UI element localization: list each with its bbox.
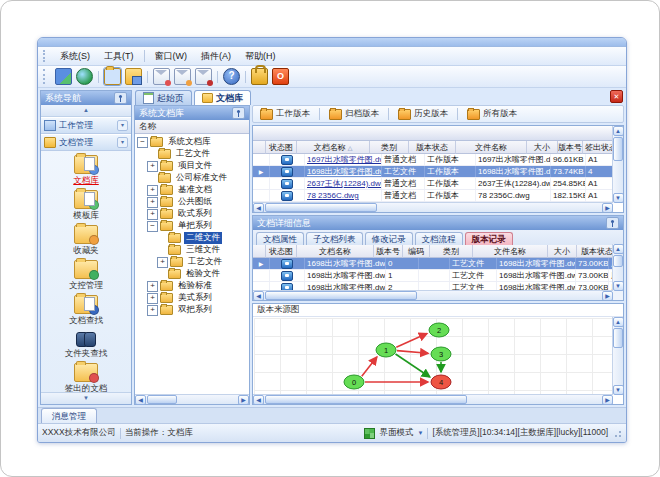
scroll-left-icon[interactable]: ◀ xyxy=(253,395,264,405)
cell-text[interactable]: 1697出水嘴零件图.dwg xyxy=(307,154,382,165)
graph-horizontal-scrollbar[interactable]: ◀ ▶ xyxy=(253,394,613,404)
scroll-thumb[interactable] xyxy=(613,137,623,161)
tree-node-系统文档库[interactable]: −系统文档库 xyxy=(137,136,249,148)
pin-icon[interactable] xyxy=(114,92,127,104)
detail-tab-版本记录[interactable]: 版本记录 xyxy=(465,232,513,245)
resize-grip[interactable] xyxy=(612,428,622,438)
chevron-down-icon[interactable]: ▾ xyxy=(117,137,128,148)
scroll-left-icon[interactable]: ◀ xyxy=(253,291,264,301)
version-node-3[interactable]: 3 xyxy=(431,347,451,361)
column-header-版本号[interactable]: 版本号 xyxy=(374,245,403,258)
tree-node-三维文件[interactable]: 三维文件 xyxy=(137,244,249,256)
grid-vertical-scrollbar[interactable]: ▲ ▼ xyxy=(612,126,623,203)
menu-item-工具(T)[interactable]: 工具(T) xyxy=(97,49,141,64)
tree-node-检验标准[interactable]: +检验标准 xyxy=(137,280,249,292)
column-header-编码[interactable]: 编码 xyxy=(403,245,430,258)
tree-horizontal-scrollbar[interactable]: ◀ ▶ xyxy=(135,394,249,404)
scroll-thumb[interactable] xyxy=(265,203,377,212)
column-header-类别[interactable]: 类别 xyxy=(370,141,409,154)
scroll-down-icon[interactable]: ▼ xyxy=(613,193,624,203)
sidebar-group-工作管理[interactable]: 工作管理▾ xyxy=(41,117,131,134)
expand-icon[interactable]: + xyxy=(147,197,158,208)
sidebar-item-收藏夹[interactable]: 收藏夹 xyxy=(73,225,99,257)
expand-icon[interactable]: + xyxy=(147,281,158,292)
detail-tab-子文档列表[interactable]: 子文档列表 xyxy=(306,232,363,245)
column-header-类别[interactable]: 类别 xyxy=(430,245,473,258)
expand-icon[interactable]: + xyxy=(147,293,158,304)
scroll-left-icon[interactable]: ◀ xyxy=(253,203,264,213)
column-header-版本号[interactable]: 版本号 xyxy=(558,141,583,154)
tab-文档库[interactable]: 文档库 xyxy=(194,90,251,105)
grid-horizontal-scrollbar[interactable]: ◀ ▶ xyxy=(253,202,613,212)
scroll-thumb[interactable] xyxy=(613,328,623,348)
tree-column-header[interactable]: 名称 xyxy=(135,120,249,134)
tree-node-二维文件[interactable]: 二维文件 xyxy=(137,232,249,244)
tree-node-工艺文件[interactable]: 工艺文件 xyxy=(137,148,249,160)
sidebar-item-文档库[interactable]: 文档库 xyxy=(73,155,99,187)
toolbar-grip[interactable] xyxy=(43,69,48,84)
globe-icon[interactable] xyxy=(76,68,93,85)
detail-horizontal-scrollbar[interactable]: ◀ ▶ xyxy=(253,290,613,300)
expand-icon[interactable]: + xyxy=(147,185,158,196)
expand-icon[interactable]: + xyxy=(147,161,158,172)
help-icon[interactable]: ? xyxy=(223,68,240,85)
scroll-up-icon[interactable]: ▲ xyxy=(613,244,624,254)
window-titlebar[interactable] xyxy=(38,38,626,47)
power-icon[interactable]: O xyxy=(272,68,289,85)
group-by-strip[interactable] xyxy=(253,126,623,141)
scroll-down-icon[interactable]: ▼ xyxy=(613,281,624,291)
expand-icon[interactable]: + xyxy=(157,257,168,268)
sidebar-item-文件夹查找[interactable]: 文件夹查找 xyxy=(65,330,108,360)
expand-icon[interactable]: + xyxy=(147,209,158,220)
tree-node-项目文件[interactable]: +项目文件 xyxy=(137,160,249,172)
scroll-up-icon[interactable]: ▲ xyxy=(613,317,624,327)
version-graph-canvas[interactable]: 01234 xyxy=(254,318,613,394)
tree-node-基准文档[interactable]: +基准文档 xyxy=(137,184,249,196)
menu-grip[interactable] xyxy=(43,50,48,63)
sidebar-expand-strip[interactable]: ▼ xyxy=(41,392,131,404)
column-header-文档名称[interactable]: 文档名称 xyxy=(297,245,374,258)
version-node-2[interactable]: 2 xyxy=(429,323,449,337)
detail-tab-文档属性[interactable]: 文档属性 xyxy=(256,232,304,245)
scroll-down-icon[interactable]: ▼ xyxy=(613,385,624,395)
cell-text[interactable]: 1698出水嘴零件图.dwg xyxy=(307,166,382,177)
tree-node-公司标准文件[interactable]: 公司标准文件 xyxy=(137,172,249,184)
sidebar-item-文档查找[interactable]: 文档查找 xyxy=(69,295,103,327)
scroll-up-icon[interactable]: ▲ xyxy=(613,126,624,136)
expand-icon[interactable]: + xyxy=(147,305,158,316)
ui-mode-label[interactable]: 界面模式 xyxy=(379,427,413,439)
button-工作版本[interactable]: 工作版本 xyxy=(256,107,314,121)
button-历史版本[interactable]: 历史版本 xyxy=(394,107,452,121)
detail-vertical-scrollbar[interactable]: ▲ ▼ xyxy=(612,244,623,291)
scroll-thumb[interactable] xyxy=(613,255,623,267)
mail-receive-icon[interactable] xyxy=(174,68,191,85)
tree-node-美式系列[interactable]: +美式系列 xyxy=(137,292,249,304)
pin-icon[interactable] xyxy=(232,107,245,119)
menu-item-帮助(H)[interactable]: 帮助(H) xyxy=(238,49,283,64)
scroll-thumb[interactable] xyxy=(265,395,467,404)
version-node-0[interactable]: 0 xyxy=(344,375,364,389)
table-row[interactable]: 1698出水嘴零件图.dwg1工艺文件1698出水嘴零件图.dwg73.00KB… xyxy=(253,270,623,282)
detail-tab-文档流程[interactable]: 文档流程 xyxy=(415,232,463,245)
scroll-right-icon[interactable]: ▶ xyxy=(602,291,613,301)
scroll-thumb[interactable] xyxy=(147,395,177,404)
tree-node-检验文件[interactable]: 检验文件 xyxy=(137,268,249,280)
sidebar-collapse-strip[interactable]: ▲ xyxy=(41,105,131,117)
button-归档版本[interactable]: 归档版本 xyxy=(325,107,383,121)
pin-icon[interactable] xyxy=(606,217,619,229)
scroll-right-icon[interactable]: ▶ xyxy=(602,395,613,405)
column-header-大小[interactable]: 大小 xyxy=(548,245,577,258)
collapse-icon[interactable]: − xyxy=(147,221,158,232)
button-所有版本[interactable]: 所有版本 xyxy=(463,107,521,121)
table-row[interactable]: 1698出水嘴零件图.dwg2工艺文件1698出水嘴零件图.dwg73.00KB… xyxy=(253,282,623,290)
column-header-大小[interactable]: 大小 xyxy=(527,141,558,154)
scroll-left-icon[interactable]: ◀ xyxy=(135,395,146,405)
close-icon[interactable]: ✕ xyxy=(610,90,623,103)
menu-item-插件(A)[interactable]: 插件(A) xyxy=(194,49,238,64)
sidebar-item-模板库[interactable]: 模板库 xyxy=(73,190,99,222)
chevron-down-icon[interactable]: ▾ xyxy=(117,120,128,131)
scroll-right-icon[interactable]: ▶ xyxy=(602,203,613,213)
tree-node-双把系列[interactable]: +双把系列 xyxy=(137,304,249,316)
cell-text[interactable]: 2637王体(12284).dwg xyxy=(307,178,382,189)
tree-node-公共图纸[interactable]: +公共图纸 xyxy=(137,196,249,208)
